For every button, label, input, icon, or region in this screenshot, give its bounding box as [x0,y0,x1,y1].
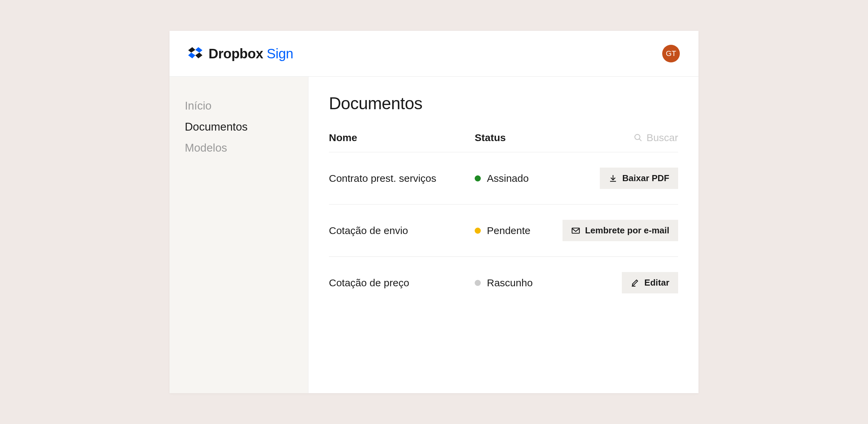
logo[interactable]: Dropbox Sign [188,46,293,61]
status-text: Assinado [487,173,529,184]
table-header: Nome Status Buscar [329,132,678,152]
download-pdf-button[interactable]: Baixar PDF [600,168,678,189]
edit-button[interactable]: Editar [622,272,678,293]
status-dot-pending [475,228,481,234]
sidebar-item-documentos[interactable]: Documentos [185,116,293,137]
table-row: Contrato prest. serviços Assinado Baixar… [329,152,678,205]
status-dot-signed [475,175,481,181]
header: Dropbox Sign GT [170,31,698,77]
logo-text: Dropbox Sign [209,46,293,61]
avatar[interactable]: GT [662,45,680,62]
search-icon [634,133,643,142]
email-reminder-button[interactable]: Lembrete por e-mail [563,220,678,241]
table-row: Cotação de preço Rascunho Editar [329,257,678,309]
search-input[interactable]: Buscar [634,132,678,143]
search-placeholder: Buscar [647,132,678,143]
column-header-name: Nome [329,132,475,143]
body: Início Documentos Modelos Documentos Nom… [170,77,698,393]
svg-line-1 [639,139,642,141]
download-icon [609,174,617,183]
status-group: Assinado [475,173,600,184]
document-name: Cotação de preço [329,277,475,289]
status-group: Rascunho [475,277,622,289]
page-title: Documentos [329,94,678,113]
status-dot-draft [475,280,481,286]
main-content: Documentos Nome Status Buscar Contrato p… [309,77,698,393]
mail-icon [571,226,580,235]
action-label: Baixar PDF [622,173,669,184]
status-text: Rascunho [487,277,533,289]
app-window: Dropbox Sign GT Início Documentos Modelo… [170,31,698,393]
document-name: Contrato prest. serviços [329,173,475,184]
sidebar-item-modelos[interactable]: Modelos [185,137,293,158]
column-header-status: Status [475,132,634,143]
svg-point-0 [635,134,640,139]
edit-icon [631,278,639,287]
document-name: Cotação de envio [329,225,475,236]
table-row: Cotação de envio Pendente Lembrete por e… [329,205,678,257]
status-group: Pendente [475,225,563,236]
sidebar: Início Documentos Modelos [170,77,309,393]
action-label: Editar [644,277,669,288]
status-text: Pendente [487,225,530,236]
action-label: Lembrete por e-mail [585,225,669,236]
sidebar-item-inicio[interactable]: Início [185,95,293,116]
dropbox-logo-icon [188,47,202,60]
